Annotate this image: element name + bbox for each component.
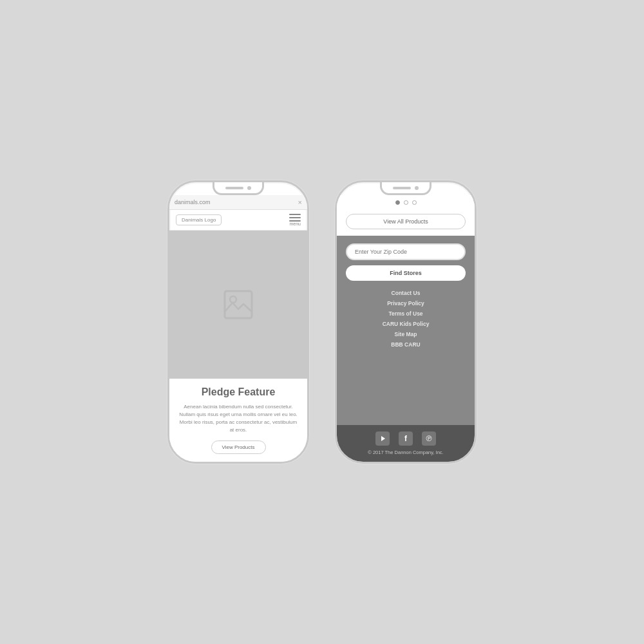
menu-line-2 bbox=[289, 217, 301, 218]
menu-line-1 bbox=[289, 214, 301, 215]
view-products-button[interactable]: View Products bbox=[211, 440, 266, 454]
phone-right-content: View All Products Find Stores Contact Us… bbox=[337, 195, 475, 462]
youtube-icon[interactable] bbox=[375, 431, 390, 446]
view-all-products-button[interactable]: View All Products bbox=[346, 214, 466, 229]
footer-links: Contact Us Privacy Policy Terms of Use C… bbox=[346, 290, 466, 348]
footer-link-privacy[interactable]: Privacy Policy bbox=[387, 300, 424, 307]
browser-close[interactable]: × bbox=[298, 198, 302, 206]
phone-right: View All Products Find Stores Contact Us… bbox=[335, 180, 477, 464]
zip-code-input[interactable] bbox=[346, 243, 466, 260]
footer-link-caru[interactable]: CARU Kids Policy bbox=[383, 321, 430, 327]
menu-label: menu bbox=[289, 222, 301, 226]
dots-indicator bbox=[337, 195, 475, 209]
facebook-icon[interactable]: f bbox=[399, 431, 413, 446]
speaker-right bbox=[393, 187, 411, 189]
dot-3 bbox=[412, 200, 417, 205]
footer-link-bbb[interactable]: BBB CARU bbox=[391, 341, 420, 348]
footer-link-sitemap[interactable]: Site Map bbox=[395, 331, 417, 337]
view-all-section: View All Products bbox=[337, 209, 475, 236]
notch-left bbox=[213, 182, 264, 195]
svg-point-1 bbox=[230, 296, 236, 303]
pledge-text: Aenean lacinia bibendum nulla sed consec… bbox=[178, 403, 298, 434]
browser-url: danimals.com bbox=[175, 199, 211, 205]
social-icons: f ℗ bbox=[346, 431, 466, 446]
dark-footer: f ℗ © 2017 The Dannon Company, Inc. bbox=[337, 425, 475, 462]
store-locator-section: Find Stores Contact Us Privacy Policy Te… bbox=[337, 236, 475, 425]
phone-left: danimals.com × Danimals Logo menu bbox=[167, 180, 309, 464]
footer-link-contact[interactable]: Contact Us bbox=[392, 290, 421, 296]
menu-button[interactable]: menu bbox=[289, 214, 301, 226]
camera-right bbox=[415, 186, 419, 190]
dot-1 bbox=[395, 200, 400, 205]
footer-link-terms[interactable]: Terms of Use bbox=[388, 310, 422, 317]
find-stores-button[interactable]: Find Stores bbox=[346, 265, 466, 281]
speaker-left bbox=[225, 187, 243, 189]
phone-left-content: danimals.com × Danimals Logo menu bbox=[169, 195, 307, 462]
phones-container: danimals.com × Danimals Logo menu bbox=[167, 180, 477, 464]
dot-2 bbox=[404, 200, 408, 205]
browser-bar: danimals.com × bbox=[169, 195, 307, 210]
pledge-title: Pledge Feature bbox=[178, 386, 298, 398]
svg-marker-2 bbox=[381, 436, 385, 441]
content-section: Pledge Feature Aenean lacinia bibendum n… bbox=[169, 379, 307, 462]
hero-image bbox=[169, 231, 307, 379]
nav-bar: Danimals Logo menu bbox=[169, 210, 307, 231]
menu-icon bbox=[289, 214, 301, 222]
svg-rect-0 bbox=[225, 291, 252, 318]
camera-left bbox=[247, 186, 251, 190]
pinterest-icon[interactable]: ℗ bbox=[422, 431, 436, 446]
copyright: © 2017 The Dannon Company, Inc. bbox=[346, 450, 466, 455]
logo-button[interactable]: Danimals Logo bbox=[176, 214, 222, 225]
notch-right bbox=[380, 182, 431, 195]
image-placeholder-icon bbox=[222, 289, 254, 321]
